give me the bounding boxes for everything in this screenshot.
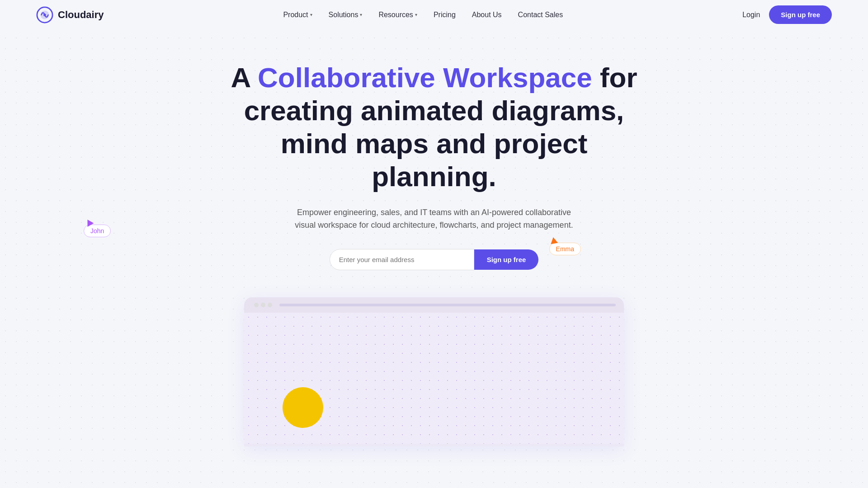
nav-item-contact[interactable]: Contact Sales: [518, 11, 563, 19]
titlebar-dots: [254, 303, 272, 307]
titlebar-dot-2: [261, 303, 265, 307]
email-signup-form: Sign up free: [9, 249, 859, 270]
signup-button[interactable]: Sign up free: [769, 5, 832, 24]
app-canvas: [244, 313, 624, 444]
titlebar-line: [279, 304, 616, 306]
hero-headline: A Collaborative Workspace for creating a…: [231, 61, 637, 193]
cursor-emma: Emma: [549, 237, 581, 255]
headline-highlight: Collaborative Workspace: [258, 62, 592, 93]
titlebar-dot-1: [254, 303, 259, 307]
app-preview-wrapper: [0, 288, 868, 446]
nav-item-product[interactable]: Product ▾: [283, 11, 312, 19]
chevron-down-icon: ▾: [360, 12, 362, 17]
logo-icon: [36, 6, 53, 23]
nav-item-about[interactable]: About Us: [472, 11, 502, 19]
logo[interactable]: Cloudairy: [36, 6, 104, 23]
hero-section: John Emma A Collaborative Workspace for …: [0, 29, 868, 288]
nav-item-pricing[interactable]: Pricing: [434, 11, 456, 19]
login-button[interactable]: Login: [742, 11, 760, 19]
nav-item-solutions[interactable]: Solutions ▾: [329, 11, 363, 19]
cursor-arrow-icon: [549, 237, 557, 244]
svg-point-2: [43, 14, 46, 16]
email-input[interactable]: [330, 249, 474, 270]
canvas-element-circle: [283, 387, 323, 428]
titlebar-dot-3: [268, 303, 272, 307]
hero-signup-button[interactable]: Sign up free: [474, 249, 539, 270]
nav-links: Product ▾ Solutions ▾ Resources ▾ Pricin…: [283, 11, 563, 19]
logo-text: Cloudairy: [58, 9, 104, 21]
nav-actions: Login Sign up free: [742, 5, 832, 24]
app-preview: [244, 297, 624, 446]
app-titlebar: [244, 297, 624, 313]
chevron-down-icon: ▾: [310, 12, 312, 17]
nav-item-resources[interactable]: Resources ▾: [378, 11, 417, 19]
headline-prefix: A: [231, 62, 258, 93]
cursor-john: John: [84, 219, 111, 237]
navbar: Cloudairy Product ▾ Solutions ▾ Resource…: [0, 0, 868, 29]
cursor-label-emma: Emma: [549, 243, 581, 255]
hero-subtext: Empower engineering, sales, and IT teams…: [294, 206, 574, 232]
chevron-down-icon: ▾: [415, 12, 417, 17]
